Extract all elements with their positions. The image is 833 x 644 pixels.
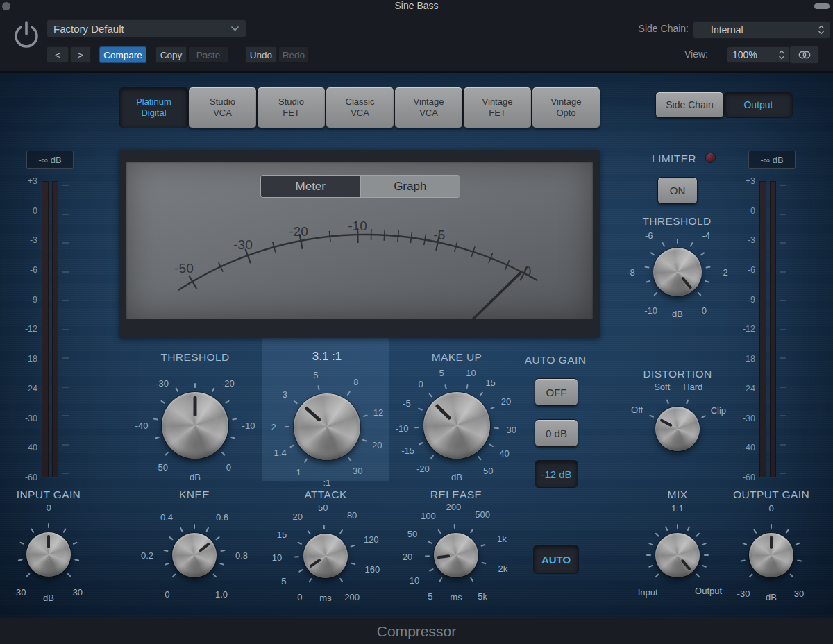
knob-tick	[479, 391, 483, 396]
knob-tick	[686, 399, 689, 404]
knob-dial[interactable]	[749, 533, 793, 577]
knob-tick	[430, 455, 435, 459]
knob-scale-label: 8	[353, 377, 358, 387]
knob-tick	[771, 524, 772, 529]
knob-scale-label: 40	[499, 448, 509, 458]
knob-scale-label: -8	[627, 267, 635, 278]
knob-tick	[418, 407, 423, 411]
knob-pointer	[681, 276, 693, 289]
view-value: 100%	[732, 49, 757, 60]
prev-preset-button[interactable]: <	[47, 46, 69, 63]
knob-tick	[171, 573, 176, 577]
meter-ticks	[780, 185, 786, 474]
redo-button[interactable]: Redo	[278, 46, 309, 63]
model-studio-vca[interactable]: StudioVCA	[188, 87, 257, 128]
link-button[interactable]	[789, 46, 819, 64]
input-meter: +30-3 -6-9-12 -18-24-30 -40-60	[6, 177, 72, 482]
graph-tab[interactable]: Graph	[360, 176, 460, 197]
knob-tick	[705, 280, 709, 283]
vu-needle	[468, 273, 521, 319]
model-vintage-vca[interactable]: VintageVCA	[394, 87, 463, 128]
paste-button[interactable]: Paste	[188, 46, 228, 63]
view-select[interactable]: 100%	[727, 46, 791, 63]
knob-scale-label: 20	[501, 396, 511, 407]
knob-tick	[362, 439, 367, 442]
knob-scale-label: -40	[135, 421, 149, 431]
knob-scale-label: 0	[165, 588, 169, 599]
knob-tick	[697, 291, 701, 296]
model-vintage-fet[interactable]: VintageFET	[463, 87, 532, 128]
preset-select[interactable]: Factory Default	[47, 19, 246, 37]
input-level-readout: -∞ dB	[26, 151, 74, 169]
tab-side-chain[interactable]: Side Chain	[655, 92, 724, 118]
power-button[interactable]	[10, 18, 43, 53]
knob-scale-label: 0	[768, 503, 773, 514]
next-preset-button[interactable]: >	[70, 46, 91, 63]
limiter-on-button[interactable]: ON	[657, 177, 698, 204]
knob-dial[interactable]	[434, 533, 478, 577]
knob-scale-label: 20	[293, 511, 303, 521]
knob-scale-label: 12	[373, 407, 383, 417]
knob-scale-label: -30	[155, 378, 169, 389]
meter-tab[interactable]: Meter	[261, 176, 360, 197]
knob-scale-label: -50	[155, 461, 168, 472]
auto-gain-minus12db-button[interactable]: -12 dB	[535, 460, 578, 488]
auto-gain-0db-button[interactable]: 0 dB	[535, 419, 578, 447]
knob-tick	[308, 578, 312, 583]
auto-release-button[interactable]: AUTO	[533, 545, 579, 574]
knob-scale-label: Soft	[654, 381, 670, 391]
model-studio-fet[interactable]: StudioFET	[257, 87, 326, 128]
knob-scale-label: 2k	[498, 564, 507, 574]
knob-dial[interactable]	[294, 393, 360, 460]
knob-tick	[655, 573, 659, 577]
knob-scale-label: 30	[794, 588, 804, 599]
tab-output[interactable]: Output	[724, 92, 793, 118]
knob-scale-label: -6	[645, 230, 653, 241]
output-gain-knob: -30030dB	[712, 496, 830, 614]
knob-dial[interactable]	[172, 533, 217, 577]
knob-tick	[478, 456, 482, 461]
knob-scale-label: -10	[644, 305, 657, 315]
knob-scale-label: 0	[297, 592, 302, 602]
model-vintage-opto[interactable]: VintageOpto	[532, 87, 600, 128]
knob-scale-label: -10	[396, 423, 409, 434]
knob-tick	[73, 541, 78, 545]
knob-tick	[169, 536, 174, 541]
distortion-knob: OffSoftHardClip	[619, 370, 737, 488]
knob-dial[interactable]	[653, 248, 702, 296]
knob-tick	[339, 577, 343, 582]
vu-label: -20	[289, 224, 308, 239]
knob-scale-label: 200	[446, 502, 461, 512]
knob-dial[interactable]	[423, 392, 490, 459]
undo-button[interactable]: Undo	[245, 46, 277, 63]
knob-tick	[480, 544, 485, 547]
knob-tick	[741, 559, 746, 561]
knob-tick	[289, 444, 294, 448]
knob-dial[interactable]	[655, 407, 700, 451]
knob-tick	[696, 532, 700, 536]
copy-button[interactable]: Copy	[155, 46, 187, 63]
knob-scale-label: 0.2	[141, 550, 153, 561]
side-chain-select[interactable]: Internal	[693, 21, 830, 39]
side-chain-label: Side Chain:	[597, 23, 689, 34]
compressor-plugin-window: Sine Bass Factory Default < > Compare Co…	[0, 0, 833, 644]
knob-dial[interactable]	[303, 534, 348, 578]
model-platinum-digital[interactable]: PlatinumDigital	[119, 87, 188, 128]
knob-dial[interactable]	[26, 532, 71, 577]
knob-scale-label: 50	[318, 502, 328, 513]
knob-scale-label: 30	[507, 424, 516, 434]
compare-button[interactable]: Compare	[99, 46, 146, 63]
knob-unit-label: ms	[450, 592, 462, 602]
knob-pointer	[199, 542, 210, 552]
knob-dial[interactable]	[162, 392, 228, 459]
knob-tick	[220, 550, 225, 552]
knob-pointer	[659, 418, 673, 427]
preset-name: Factory Default	[53, 23, 124, 35]
knob-tick	[437, 529, 441, 534]
knob-tick	[304, 458, 308, 463]
knob-dial[interactable]	[655, 533, 700, 577]
model-classic-vca[interactable]: ClassicVCA	[326, 87, 394, 128]
knob-tick	[205, 527, 209, 532]
knob-tick	[648, 565, 653, 568]
auto-gain-off-button[interactable]: OFF	[535, 378, 578, 406]
